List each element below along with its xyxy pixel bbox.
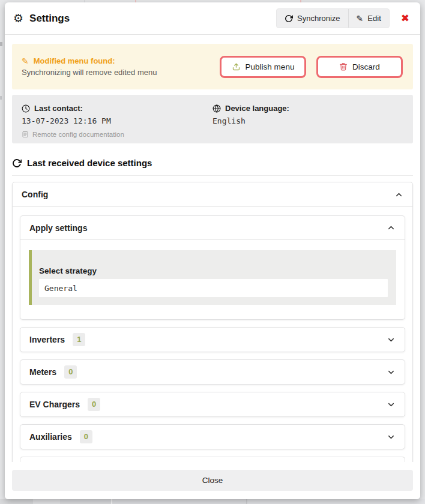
device-language-column: Device language: English [212,104,403,143]
device-language-value: English [212,116,403,125]
synchronize-label: Synchronize [297,14,340,23]
banner-title-row: ✎ Modified menu found: [22,56,157,65]
background-page-fragment [0,42,2,46]
config-accordion-header[interactable]: Config [13,182,412,207]
remote-config-doc-label: Remote config documentation [32,131,124,138]
settings-modal: ⚙ Settings Synchronize ✎ Edit ✖ ✎ Modifi… [5,2,420,499]
pencil-icon: ✎ [22,57,29,65]
inverters-header[interactable]: Inverters 1 [20,328,405,352]
publish-menu-button[interactable]: Publish menu [220,56,306,78]
banner-title: Modified menu found: [34,56,115,65]
synchronize-button[interactable]: Synchronize [277,9,348,28]
modal-footer: Close [5,462,420,499]
banner-subtitle: Synchronizing will remove edited menu [22,68,157,77]
ev-chargers-header[interactable]: EV Chargers 0 [20,392,405,416]
device-language-label-row: Device language: [212,104,403,113]
chevron-up-icon [387,223,396,232]
last-received-settings-heading: Last received device settings [12,158,413,168]
chevron-down-icon [387,368,396,377]
meters-accordion: Meters 0 [20,359,405,385]
header-button-group: Synchronize ✎ Edit [276,8,390,28]
config-accordion-body: Apply settings Select strategy General I… [13,207,412,462]
config-label: Config [22,190,48,199]
select-strategy-label: Select strategy [39,266,388,275]
banner-text: ✎ Modified menu found: Synchronizing wil… [22,56,157,77]
close-button[interactable]: Close [12,470,413,491]
discard-button[interactable]: Discard [316,56,403,78]
auxiliaries-accordion: Auxiliaries 0 [20,424,405,449]
modal-header: ⚙ Settings Synchronize ✎ Edit ✖ [5,2,420,35]
background-page-fragment [112,499,246,504]
select-strategy-field: General [39,279,388,297]
edit-label: Edit [367,14,381,23]
modal-body: ✎ Modified menu found: Synchronizing wil… [5,35,420,462]
inverters-accordion: Inverters 1 [20,327,405,352]
inverters-label: Inverters [29,335,65,344]
apply-settings-header[interactable]: Apply settings [20,216,405,240]
background-page-fragment [247,499,425,504]
meters-header[interactable]: Meters 0 [20,360,405,384]
last-contact-label: Last contact: [34,104,83,113]
apply-settings-body: Select strategy General [20,240,405,319]
inverters-count-badge: 1 [73,333,85,346]
apply-settings-accordion: Apply settings Select strategy General [20,215,405,320]
gear-icon: ⚙ [13,13,23,24]
last-contact-label-row: Last contact: [22,104,212,113]
clock-icon [22,104,30,113]
document-icon [22,131,29,138]
chevron-up-icon [394,190,403,199]
close-icon[interactable]: ✖ [400,12,411,25]
ev-chargers-accordion: EV Chargers 0 [20,392,405,417]
publish-menu-label: Publish menu [246,62,295,71]
background-page-fragment [60,499,111,504]
last-contact-column: Last contact: 13-07-2023 12:16 PM Remote… [22,104,212,143]
auxiliaries-header[interactable]: Auxiliaries 0 [20,425,405,449]
chevron-down-icon [387,400,396,409]
apply-settings-label: Apply settings [29,223,87,233]
banner-actions: Publish menu Discard [220,56,403,78]
device-language-label: Device language: [225,104,289,113]
globe-icon [212,104,221,113]
chevron-down-icon [387,433,396,442]
device-info-section: Last contact: 13-07-2023 12:16 PM Remote… [12,95,413,143]
refresh-icon [285,14,293,23]
page-title: Settings [29,13,70,25]
background-page-fragment [0,96,2,100]
background-page-fragment [33,499,60,504]
discard-label: Discard [352,62,380,71]
ev-chargers-count-badge: 0 [88,398,100,411]
auxiliaries-count-badge: 0 [80,430,92,443]
background-page-fragment [0,499,33,504]
upload-icon [232,62,241,71]
config-accordion: Config Apply settings Select strategy Ge… [12,182,413,462]
remote-config-doc-link[interactable]: Remote config documentation [22,131,212,138]
pencil-icon: ✎ [357,14,364,23]
modified-menu-banner: ✎ Modified menu found: Synchronizing wil… [12,44,413,89]
auxiliaries-label: Auxiliaries [29,432,72,442]
section-heading-label: Last received device settings [27,158,152,168]
edit-button[interactable]: ✎ Edit [348,9,389,28]
select-strategy-block: Select strategy General [29,250,396,305]
chevron-down-icon [387,335,396,344]
meters-count-badge: 0 [64,365,77,379]
divider [12,175,413,176]
ev-chargers-label: EV Chargers [29,400,80,409]
trash-icon [339,62,348,71]
last-contact-value: 13-07-2023 12:16 PM [22,116,212,125]
refresh-icon [12,158,22,168]
clipped-accordion-row [20,457,405,462]
meters-label: Meters [29,367,56,377]
